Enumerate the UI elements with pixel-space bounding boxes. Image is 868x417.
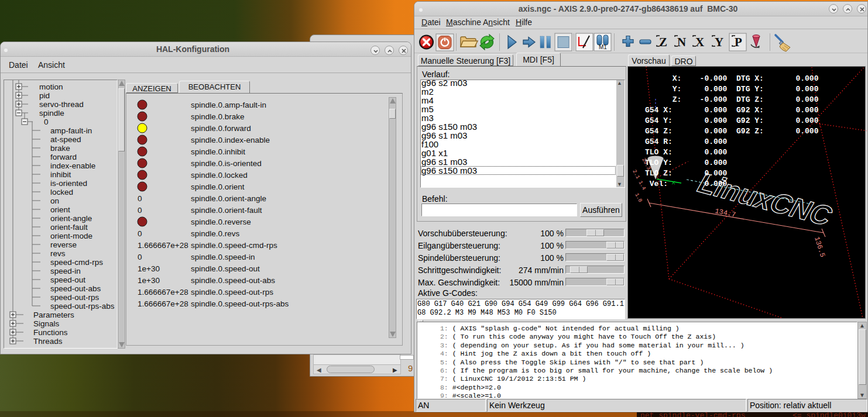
svg-text:Z: Z bbox=[659, 35, 667, 49]
svg-text:motion: motion bbox=[39, 82, 63, 91]
svg-text:reverse: reverse bbox=[50, 240, 77, 249]
svg-text:G54 Y: 0.000 G92 Y:: G54 Y: 0.000 G92 Y: 0.000 bbox=[645, 116, 819, 125]
svg-text:spindle.0.speed-out-rps: spindle.0.speed-out-rps bbox=[191, 288, 273, 297]
svg-text:1.666667e+28: 1.666667e+28 bbox=[138, 241, 188, 250]
svg-text:1.666667e+28: 1.666667e+28 bbox=[138, 299, 188, 308]
svg-text:Y: 0.000 DTG Y: 0.0: Y: 0.000 DTG Y: 0.000 bbox=[645, 85, 819, 94]
svg-text:revs: revs bbox=[50, 249, 66, 258]
svg-text:speed-out: speed-out bbox=[50, 275, 85, 284]
svg-text:spindle.0.reverse: spindle.0.reverse bbox=[191, 218, 251, 226]
svg-text:M1: M1 bbox=[599, 44, 607, 50]
svg-text:TLO X: 0.000: TLO X: 0.000 bbox=[645, 148, 728, 157]
svg-text:P: P bbox=[735, 35, 742, 49]
svg-text:G54 R: 0.000: G54 R: 0.000 bbox=[645, 137, 728, 146]
svg-text:orient-angle: orient-angle bbox=[50, 214, 92, 223]
svg-text:TLO Y: 0.000: TLO Y: 0.000 bbox=[645, 158, 728, 167]
svg-text:0: 0 bbox=[138, 229, 142, 238]
svg-text:spindle: spindle bbox=[39, 109, 64, 118]
svg-text:spindle.0.orient: spindle.0.orient bbox=[191, 182, 245, 191]
svg-text:inhibit: inhibit bbox=[50, 170, 71, 179]
svg-text:Threads: Threads bbox=[33, 337, 63, 346]
svg-text:spindle.0.forward: spindle.0.forward bbox=[191, 124, 251, 133]
svg-text:spindle.0.speed-in: spindle.0.speed-in bbox=[191, 253, 255, 261]
svg-text:orient-fault: orient-fault bbox=[50, 223, 88, 232]
svg-text:0: 0 bbox=[138, 206, 142, 215]
svg-text:spindle.0.is-oriented: spindle.0.is-oriented bbox=[191, 159, 262, 168]
svg-text:orient-mode: orient-mode bbox=[50, 232, 92, 240]
svg-text:G54 X: 0.000 G92 X:: G54 X: 0.000 G92 X: 0.000 bbox=[645, 106, 819, 115]
svg-text:G54 Z: 0.000 G92 Z:: G54 Z: 0.000 G92 Z: 0.000 bbox=[645, 127, 819, 136]
svg-text:spindle.0.amp-fault-in: spindle.0.amp-fault-in bbox=[191, 101, 266, 109]
svg-text:is-oriented: is-oriented bbox=[50, 179, 87, 188]
svg-text:spindle.0.revs: spindle.0.revs bbox=[191, 229, 240, 238]
svg-text:spindle.0.speed-out-abs: spindle.0.speed-out-abs bbox=[191, 276, 275, 285]
svg-text:134.7: 134.7 bbox=[714, 207, 736, 219]
svg-text:136.5: 136.5 bbox=[812, 236, 826, 259]
svg-text:0: 0 bbox=[44, 118, 49, 126]
svg-text:X: X bbox=[695, 35, 704, 49]
svg-text:X: -0.000 DTG X: 0.0: X: -0.000 DTG X: 0.000 bbox=[645, 74, 819, 83]
svg-text:spindle.0.inhibit: spindle.0.inhibit bbox=[191, 147, 245, 156]
svg-text:servo-thread: servo-thread bbox=[39, 100, 84, 109]
svg-text:0: 0 bbox=[138, 253, 142, 261]
svg-text:spindle.0.index-enable: spindle.0.index-enable bbox=[191, 136, 270, 144]
svg-text:Y: Y bbox=[715, 35, 723, 49]
svg-text:1.666667e+28: 1.666667e+28 bbox=[138, 288, 188, 297]
svg-text:speed-out-rps: speed-out-rps bbox=[50, 293, 100, 302]
svg-text:1.8: 1.8 bbox=[633, 192, 643, 204]
svg-text:pid: pid bbox=[39, 91, 50, 100]
svg-text:brake: brake bbox=[50, 144, 70, 153]
svg-text:Parameters: Parameters bbox=[33, 311, 74, 319]
svg-text:spindle.0.orient-angle: spindle.0.orient-angle bbox=[191, 194, 266, 203]
svg-text:spindle.0.locked: spindle.0.locked bbox=[191, 171, 248, 180]
svg-text:on: on bbox=[50, 197, 59, 205]
svg-text:Vel: 0.000: Vel: 0.000 bbox=[645, 180, 728, 188]
svg-text:spindle.0.speed-out-rps-abs: spindle.0.speed-out-rps-abs bbox=[191, 299, 289, 308]
svg-text:Signals: Signals bbox=[33, 319, 60, 328]
svg-text:index-enable: index-enable bbox=[50, 161, 95, 170]
svg-text:speed-cmd-rps: speed-cmd-rps bbox=[50, 258, 103, 267]
svg-text:spindle.0.speed-cmd-rps: spindle.0.speed-cmd-rps bbox=[191, 241, 277, 250]
svg-text:1e+30: 1e+30 bbox=[138, 264, 160, 273]
svg-text:spindle.0.orient-fault: spindle.0.orient-fault bbox=[191, 206, 262, 215]
svg-text:locked: locked bbox=[50, 188, 73, 197]
svg-text:TLO Z: 0.000: TLO Z: 0.000 bbox=[645, 169, 728, 178]
svg-text:N: N bbox=[677, 35, 686, 49]
svg-text:speed-out-rps-abs: speed-out-rps-abs bbox=[50, 302, 115, 311]
svg-text:Functions: Functions bbox=[33, 328, 68, 337]
svg-text:forward: forward bbox=[50, 153, 77, 161]
svg-text:speed-in: speed-in bbox=[50, 267, 81, 275]
svg-text:at-speed: at-speed bbox=[50, 135, 81, 144]
svg-text:Z: -0.000 DTG Z: 0.0: Z: -0.000 DTG Z: 0.000 bbox=[645, 95, 819, 104]
svg-text:0: 0 bbox=[138, 194, 142, 203]
svg-text:orient: orient bbox=[50, 205, 70, 214]
svg-text:amp-fault-in: amp-fault-in bbox=[50, 126, 92, 135]
svg-text:2.1 1.4: 2.1 1.4 bbox=[631, 169, 647, 191]
svg-text:spindle.0.speed-out: spindle.0.speed-out bbox=[191, 264, 260, 273]
svg-text:spindle.0.brake: spindle.0.brake bbox=[191, 112, 245, 121]
svg-text:speed-out-abs: speed-out-abs bbox=[50, 284, 101, 293]
svg-text:1e+30: 1e+30 bbox=[138, 276, 160, 285]
